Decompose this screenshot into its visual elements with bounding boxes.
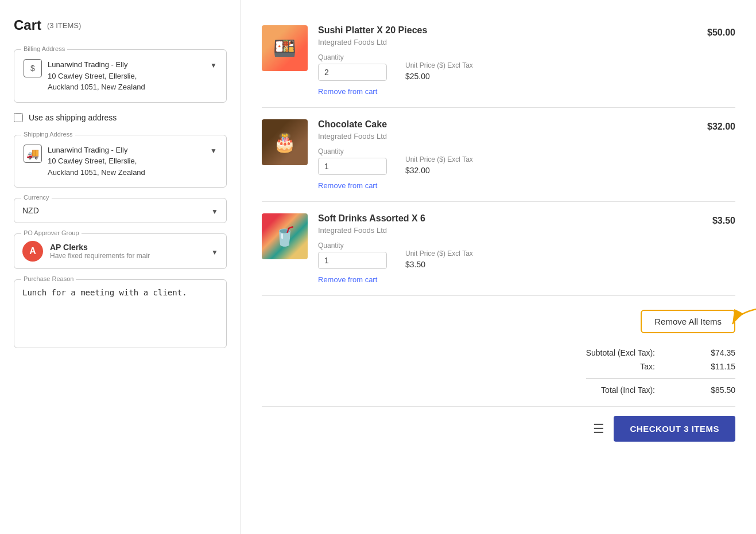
qty-price-row-sushi: Quantity Unit Price ($) Excl Tax $25.00 [318, 53, 697, 81]
price-label-sushi: Unit Price ($) Excl Tax [405, 61, 473, 69]
shipping-check-label: Use as shipping address [29, 113, 117, 122]
total-divider [586, 378, 735, 379]
item-image-drinks: 🥤 [262, 213, 308, 259]
currency-value: NZD [22, 206, 39, 215]
billing-address-text: Lunarwind Trading - Elly 10 Cawley Stree… [48, 59, 204, 93]
remove-all-container: Remove All Items [262, 296, 735, 342]
purchase-reason-block: Purchase Reason Lunch for a meeting with… [14, 279, 227, 348]
item-total-cake: $32.00 [707, 119, 735, 132]
item-image-sushi: 🍱 [262, 25, 308, 71]
purchase-reason-input[interactable]: Lunch for a meeting with a client. [22, 288, 218, 334]
arrow-annotation [730, 304, 756, 333]
item-image-cake: 🎂 [262, 119, 308, 165]
price-block-drinks: Unit Price ($) Excl Tax $3.50 [405, 250, 473, 269]
unit-price-sushi: $25.00 [405, 72, 473, 81]
qty-input-sushi[interactable] [318, 64, 387, 81]
qty-input-drinks[interactable] [318, 252, 387, 269]
cart-title: Cart (3 ITEMS) [14, 17, 227, 33]
price-block-cake: Unit Price ($) Excl Tax $32.00 [405, 155, 473, 175]
cart-item-cake: 🎂 Chocolate Cake Integrated Foods Ltd Qu… [262, 108, 735, 202]
item-total-drinks: $3.50 [712, 213, 735, 226]
qty-block-cake: Quantity [318, 147, 387, 175]
price-block-sushi: Unit Price ($) Excl Tax $25.00 [405, 61, 473, 81]
shipping-address-text: Lunarwind Trading - Elly 10 Cawley Stree… [48, 145, 204, 178]
qty-label-cake: Quantity [318, 147, 387, 155]
approver-name: AP Clerks [50, 243, 204, 252]
item-details-sushi: Sushi Platter X 20 Pieces Integrated Foo… [318, 25, 697, 96]
item-name-cake: Chocolate Cake [318, 119, 697, 130]
item-supplier-drinks: Integrated Foods Ltd [318, 226, 702, 235]
subtotal-label: Subtotal (Excl Tax): [563, 348, 655, 357]
purchase-reason-label: Purchase Reason [21, 275, 76, 282]
item-supplier-sushi: Integrated Foods Ltd [318, 38, 697, 46]
total-value: $85.50 [689, 385, 735, 395]
shipping-icon: 🚚 [24, 145, 42, 163]
po-approver-block: PO Approver Group A AP Clerks Have fixed… [14, 233, 227, 269]
item-details-cake: Chocolate Cake Integrated Foods Ltd Quan… [318, 119, 697, 190]
shipping-check-row: Use as shipping address [14, 113, 227, 122]
billing-dropdown-arrow[interactable]: ▼ [210, 61, 217, 69]
footer-bar: ☰ CHECKOUT 3 ITEMS [262, 406, 735, 446]
billing-label: Billing Address [21, 45, 67, 52]
qty-label-sushi: Quantity [318, 53, 387, 61]
shipping-label: Shipping Address [21, 131, 75, 138]
remove-link-sushi[interactable]: Remove from cart [318, 87, 377, 96]
tax-label: Tax: [563, 362, 655, 371]
qty-price-row-cake: Quantity Unit Price ($) Excl Tax $32.00 [318, 147, 697, 175]
tax-row: Tax: $11.15 [563, 362, 735, 371]
use-shipping-checkbox[interactable] [14, 113, 23, 122]
qty-label-drinks: Quantity [318, 241, 387, 250]
currency-block: Currency NZD ▼ [14, 198, 227, 223]
qty-price-row-drinks: Quantity Unit Price ($) Excl Tax $3.50 [318, 241, 702, 269]
approver-dropdown-arrow[interactable]: ▼ [211, 248, 218, 256]
item-total-sushi: $50.00 [707, 25, 735, 38]
billing-address-block: Billing Address $ Lunarwind Trading - El… [14, 49, 227, 103]
subtotal-value: $74.35 [689, 348, 735, 357]
qty-block-sushi: Quantity [318, 53, 387, 81]
list-icon[interactable]: ☰ [593, 422, 604, 436]
cart-badge: (3 ITEMS) [47, 21, 81, 30]
unit-price-cake: $32.00 [405, 166, 473, 175]
item-name-drinks: Soft Drinks Assorted X 6 [318, 213, 702, 224]
tax-value: $11.15 [689, 362, 735, 371]
price-label-cake: Unit Price ($) Excl Tax [405, 155, 473, 163]
right-panel: 🍱 Sushi Platter X 20 Pieces Integrated F… [241, 0, 756, 534]
remove-all-button[interactable]: Remove All Items [641, 310, 735, 333]
totals-section: Subtotal (Excl Tax): $74.35 Tax: $11.15 … [262, 342, 735, 406]
checkout-button[interactable]: CHECKOUT 3 ITEMS [614, 416, 735, 442]
billing-icon: $ [24, 59, 42, 77]
item-name-sushi: Sushi Platter X 20 Pieces [318, 25, 697, 36]
currency-label: Currency [21, 194, 52, 201]
shipping-address-block: Shipping Address 🚚 Lunarwind Trading - E… [14, 135, 227, 188]
qty-block-drinks: Quantity [318, 241, 387, 269]
remove-link-cake[interactable]: Remove from cart [318, 181, 377, 190]
total-row: Total (Incl Tax): $85.50 [563, 385, 735, 395]
total-label: Total (Incl Tax): [563, 385, 655, 395]
subtotal-row: Subtotal (Excl Tax): $74.35 [563, 348, 735, 357]
remove-link-drinks[interactable]: Remove from cart [318, 275, 377, 284]
approver-avatar: A [22, 241, 43, 262]
item-supplier-cake: Integrated Foods Ltd [318, 132, 697, 141]
unit-price-drinks: $3.50 [405, 260, 473, 269]
price-label-drinks: Unit Price ($) Excl Tax [405, 250, 473, 258]
po-approver-label: PO Approver Group [21, 229, 82, 236]
approver-info: AP Clerks Have fixed requirements for ma… [50, 243, 204, 260]
cart-item-sushi: 🍱 Sushi Platter X 20 Pieces Integrated F… [262, 14, 735, 108]
cart-item-drinks: 🥤 Soft Drinks Assorted X 6 Integrated Fo… [262, 202, 735, 296]
item-details-drinks: Soft Drinks Assorted X 6 Integrated Food… [318, 213, 702, 284]
approver-sub: Have fixed requirements for mair [50, 252, 204, 260]
shipping-dropdown-arrow[interactable]: ▼ [210, 147, 217, 155]
qty-input-cake[interactable] [318, 158, 387, 175]
currency-dropdown-arrow[interactable]: ▼ [211, 208, 218, 216]
